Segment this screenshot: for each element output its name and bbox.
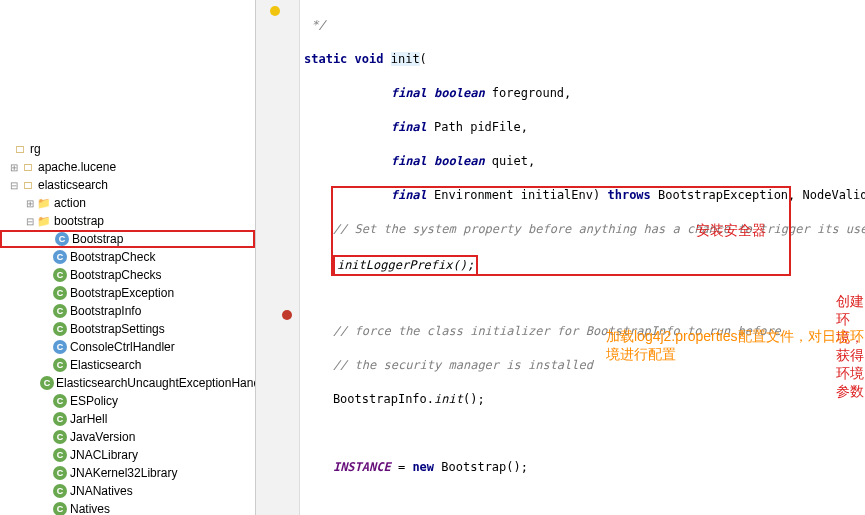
comment-end: */: [304, 18, 326, 32]
folder-icon: [36, 213, 52, 229]
class-icon: [53, 430, 67, 444]
class-icon: [53, 268, 67, 282]
expand-icon[interactable]: ⊞: [8, 162, 20, 173]
tree-item-natives[interactable]: Natives: [0, 500, 255, 515]
tree-label: Natives: [70, 502, 110, 515]
tree-label: BootstrapChecks: [70, 268, 161, 282]
class-icon: [53, 412, 67, 426]
tree-item-jnaclibrary[interactable]: JNACLibrary: [0, 446, 255, 464]
tree-label: JNACLibrary: [70, 448, 138, 462]
tree-label: BootstrapCheck: [70, 250, 155, 264]
annotation-log4j: 加载log4j2.properties配置文件，对日志环境进行配置: [606, 328, 865, 364]
tree-item-bootstrapinfo[interactable]: BootstrapInfo: [0, 302, 255, 320]
tree-item-javaversion[interactable]: JavaVersion: [0, 428, 255, 446]
expand-icon[interactable]: ⊟: [8, 180, 20, 191]
tree-label: ESPolicy: [70, 394, 118, 408]
tree-item-apache-lucene[interactable]: ⊞apache.lucene: [0, 158, 255, 176]
tree-label: bootstrap: [54, 214, 104, 228]
class-icon: [53, 322, 67, 336]
code-editor[interactable]: */ static void init( final boolean foreg…: [256, 0, 865, 515]
tree-label: JarHell: [70, 412, 107, 426]
class-icon: [53, 466, 67, 480]
class-icon: [53, 304, 67, 318]
package-icon: [20, 159, 36, 175]
tree-label: BootstrapInfo: [70, 304, 141, 318]
tree-label: ElasticsearchUncaughtExceptionHandle: [56, 376, 256, 390]
class-icon: [53, 358, 67, 372]
tree-item-elasticsearch[interactable]: Elasticsearch: [0, 356, 255, 374]
expand-icon[interactable]: ⊞: [24, 198, 36, 209]
tree-item-bootstrapcheck[interactable]: BootstrapCheck: [0, 248, 255, 266]
tree-item-elasticsearch[interactable]: ⊟elasticsearch: [0, 176, 255, 194]
tree-label: JavaVersion: [70, 430, 135, 444]
lightbulb-icon[interactable]: [270, 6, 280, 16]
tree-label: Elasticsearch: [70, 358, 141, 372]
breakpoint-icon[interactable]: [282, 310, 292, 320]
tree-item-bootstrapsettings[interactable]: BootstrapSettings: [0, 320, 255, 338]
package-icon: [20, 177, 36, 193]
class-icon: [53, 484, 67, 498]
tree-container: rg⊞apache.lucene⊟elasticsearch⊞action⊟bo…: [0, 0, 255, 515]
annotation-security: 安装安全器: [696, 222, 766, 240]
tree-label: apache.lucene: [38, 160, 116, 174]
tree-label: BootstrapException: [70, 286, 174, 300]
tree-item-bootstrap[interactable]: ⊟bootstrap: [0, 212, 255, 230]
tree-label: JNAKernel32Library: [70, 466, 177, 480]
tree-label: elasticsearch: [38, 178, 108, 192]
tree-item-bootstrapchecks[interactable]: BootstrapChecks: [0, 266, 255, 284]
class-icon: [53, 394, 67, 408]
tree-label: rg: [30, 142, 41, 156]
tree-label: action: [54, 196, 86, 210]
tree-item-jnakernel32library[interactable]: JNAKernel32Library: [0, 464, 255, 482]
class-icon: [53, 286, 67, 300]
class-icon: [53, 340, 67, 354]
tree-item-elasticsearchuncaughtexceptionhandle[interactable]: ElasticsearchUncaughtExceptionHandle: [0, 374, 255, 392]
tree-item-rg[interactable]: rg: [0, 140, 255, 158]
editor-gutter: [256, 0, 300, 515]
tree-item-consolectrlhandler[interactable]: ConsoleCtrlHandler: [0, 338, 255, 356]
class-icon: [55, 232, 69, 246]
package-icon: [12, 141, 28, 157]
class-icon: [53, 502, 67, 515]
tree-item-espolicy[interactable]: ESPolicy: [0, 392, 255, 410]
tree-item-jarhell[interactable]: JarHell: [0, 410, 255, 428]
class-icon: [53, 448, 67, 462]
tree-item-jnanatives[interactable]: JNANatives: [0, 482, 255, 500]
tree-label: ConsoleCtrlHandler: [70, 340, 175, 354]
tree-item-bootstrapexception[interactable]: BootstrapException: [0, 284, 255, 302]
project-tree-sidebar: rg⊞apache.lucene⊟elasticsearch⊞action⊟bo…: [0, 0, 256, 515]
tree-label: Bootstrap: [72, 232, 123, 246]
class-icon: [40, 376, 54, 390]
tree-label: BootstrapSettings: [70, 322, 165, 336]
tree-item-bootstrap[interactable]: Bootstrap: [0, 230, 255, 248]
tree-label: JNANatives: [70, 484, 133, 498]
class-icon: [53, 250, 67, 264]
folder-icon: [36, 195, 52, 211]
expand-icon[interactable]: ⊟: [24, 216, 36, 227]
tree-item-action[interactable]: ⊞action: [0, 194, 255, 212]
